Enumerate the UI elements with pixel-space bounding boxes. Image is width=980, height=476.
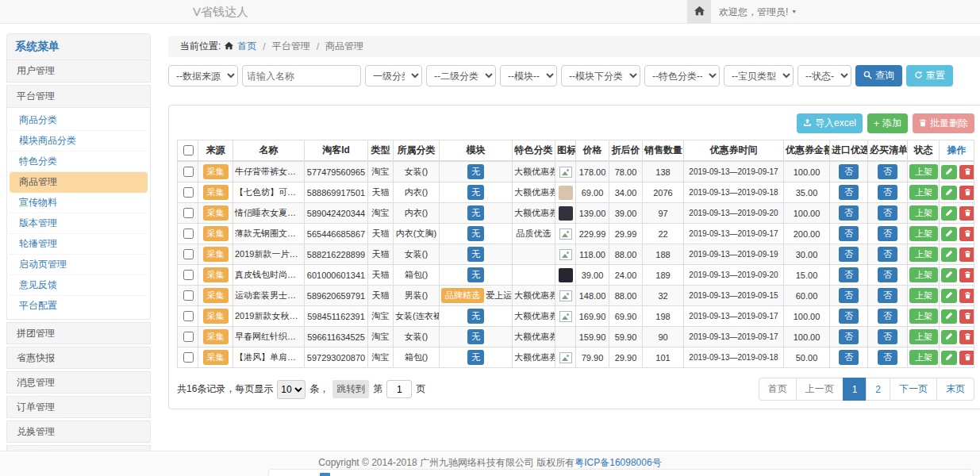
delete-button[interactable]	[959, 351, 974, 365]
status-button[interactable]: 上架	[909, 309, 938, 324]
row-checkbox[interactable]	[183, 332, 194, 342]
page-button[interactable]: 首页	[759, 378, 797, 401]
import-select-toggle[interactable]: 否	[839, 205, 859, 221]
must-buy-toggle[interactable]: 否	[878, 164, 897, 179]
import-select-toggle[interactable]: 否	[839, 267, 859, 282]
filter-item-type-select[interactable]: --宝贝类型--	[724, 65, 794, 86]
sidebar-subitem[interactable]: 特色分类	[10, 152, 148, 172]
edit-button[interactable]	[941, 165, 957, 179]
filter-module-sub-select[interactable]: --模块下分类--	[561, 65, 640, 86]
filter-source-select[interactable]: --数据来源--	[168, 65, 238, 86]
delete-button[interactable]	[959, 227, 974, 241]
sidebar-subitem[interactable]: 启动页管理	[10, 255, 148, 275]
page-button[interactable]: 2	[866, 378, 890, 401]
page-button[interactable]: 末页	[936, 378, 974, 401]
status-button[interactable]: 上架	[909, 226, 938, 241]
filter-status-select[interactable]: --状态--	[797, 65, 851, 86]
status-button[interactable]: 上架	[909, 329, 938, 344]
sidebar-subitem[interactable]: 模块商品分类	[10, 131, 148, 152]
delete-button[interactable]	[959, 330, 974, 344]
row-checkbox[interactable]	[183, 270, 194, 280]
must-buy-toggle[interactable]: 否	[878, 350, 897, 365]
row-checkbox[interactable]	[183, 187, 194, 198]
page-button[interactable]: 上一页	[796, 378, 844, 401]
status-button[interactable]: 上架	[909, 288, 938, 303]
import-select-toggle[interactable]: 否	[839, 350, 859, 365]
sidebar-item-platform-management[interactable]: 平台管理	[6, 86, 151, 108]
edit-button[interactable]	[941, 186, 957, 200]
sidebar-item[interactable]: 拼团管理	[6, 322, 151, 344]
jump-to-button[interactable]: 跳转到	[332, 380, 369, 398]
filter-category2-select[interactable]: --二级分类--	[426, 65, 496, 86]
edit-button[interactable]	[941, 268, 957, 282]
import-excel-button[interactable]: 导入excel	[797, 113, 863, 133]
add-button[interactable]: + 添加	[867, 113, 908, 133]
delete-button[interactable]	[959, 309, 974, 324]
must-buy-toggle[interactable]: 否	[878, 288, 897, 303]
delete-button[interactable]	[959, 165, 974, 179]
user-menu[interactable]: 欢迎您，管理员!▼	[719, 0, 797, 24]
must-buy-toggle[interactable]: 否	[878, 185, 897, 200]
page-button[interactable]: 1	[843, 378, 867, 401]
must-buy-toggle[interactable]: 否	[878, 309, 897, 324]
name-search-input[interactable]	[242, 65, 361, 86]
sidebar-item[interactable]: 消息管理	[6, 371, 151, 393]
sidebar-item[interactable]: 结算管理	[6, 445, 151, 451]
edit-button[interactable]	[941, 309, 957, 324]
batch-delete-button[interactable]: 批量删除	[913, 113, 974, 133]
page-button[interactable]: 下一页	[890, 378, 937, 401]
row-checkbox[interactable]	[183, 167, 194, 177]
row-checkbox[interactable]	[183, 228, 194, 239]
import-select-toggle[interactable]: 否	[839, 329, 859, 344]
status-button[interactable]: 上架	[909, 185, 938, 200]
filter-category1-select[interactable]: 一级分类	[365, 65, 422, 86]
row-checkbox[interactable]	[183, 311, 194, 321]
row-checkbox[interactable]	[183, 290, 194, 301]
import-select-toggle[interactable]: 否	[839, 164, 859, 179]
must-buy-toggle[interactable]: 否	[878, 205, 897, 221]
must-buy-toggle[interactable]: 否	[878, 329, 897, 344]
edit-button[interactable]	[941, 289, 957, 303]
delete-button[interactable]	[959, 268, 974, 282]
edit-button[interactable]	[941, 248, 957, 262]
sidebar-item[interactable]: 订单管理	[6, 396, 151, 418]
sidebar-item[interactable]: 省惠快报	[6, 347, 151, 369]
per-page-select[interactable]: 10	[277, 380, 306, 399]
icp-link[interactable]: 粤ICP备16098006号	[575, 457, 661, 468]
edit-button[interactable]	[941, 351, 957, 365]
status-button[interactable]: 上架	[909, 247, 938, 262]
delete-button[interactable]	[959, 206, 974, 221]
must-buy-toggle[interactable]: 否	[878, 247, 897, 262]
sidebar-subitem[interactable]: 宣传物料	[10, 193, 148, 213]
edit-button[interactable]	[941, 206, 957, 221]
edit-button[interactable]	[941, 330, 957, 344]
status-button[interactable]: 上架	[909, 350, 938, 365]
edit-button[interactable]	[941, 227, 957, 241]
import-select-toggle[interactable]: 否	[839, 309, 859, 324]
row-checkbox[interactable]	[183, 208, 194, 218]
delete-button[interactable]	[959, 186, 974, 200]
page-jump-input[interactable]	[386, 380, 412, 398]
import-select-toggle[interactable]: 否	[839, 247, 859, 262]
search-button[interactable]: 查询	[855, 65, 902, 86]
select-all-checkbox[interactable]	[183, 145, 194, 155]
sidebar-subitem[interactable]: 版本管理	[10, 213, 148, 234]
row-checkbox[interactable]	[183, 249, 194, 259]
row-checkbox[interactable]	[183, 352, 194, 363]
sidebar-subitem[interactable]: 商品分类	[10, 110, 148, 131]
import-select-toggle[interactable]: 否	[839, 185, 859, 200]
delete-button[interactable]	[959, 289, 974, 303]
must-buy-toggle[interactable]: 否	[878, 267, 897, 282]
import-select-toggle[interactable]: 否	[839, 288, 859, 303]
sidebar-item[interactable]: 兑换管理	[6, 420, 151, 443]
sidebar-subitem[interactable]: 轮播管理	[10, 234, 148, 255]
sidebar-item-user-management[interactable]: 用户管理	[6, 60, 151, 83]
import-select-toggle[interactable]: 否	[839, 226, 859, 241]
sidebar-subitem[interactable]: 意见反馈	[10, 275, 148, 296]
filter-feature-select[interactable]: --特色分类--	[644, 65, 720, 86]
filter-module-select[interactable]: --模块--	[500, 65, 557, 86]
breadcrumb-home-link[interactable]: 首页	[237, 40, 256, 53]
sidebar-subitem[interactable]: 平台配置	[10, 296, 148, 317]
status-button[interactable]: 上架	[909, 164, 938, 179]
home-button[interactable]	[687, 0, 711, 23]
